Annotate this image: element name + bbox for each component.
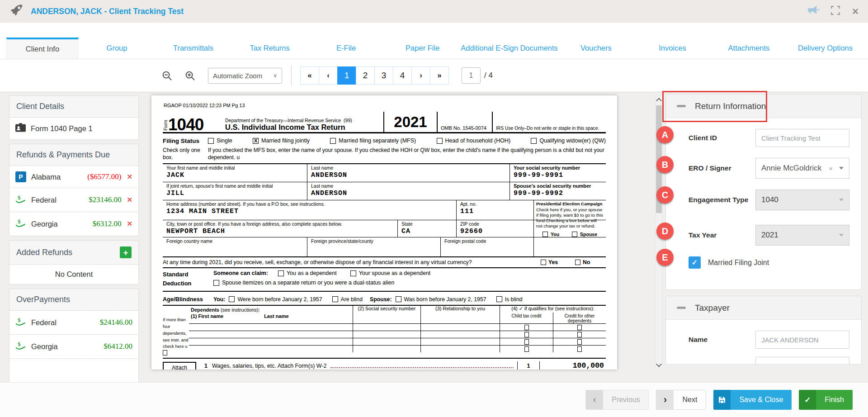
tab-invoices[interactable]: Invoices	[634, 38, 711, 59]
overpayments-empty-space	[9, 359, 138, 384]
announcements-megaphone-icon[interactable]	[808, 5, 819, 17]
taxpayer-card: Taxpayer Name JACK ANDERSON	[665, 296, 862, 365]
page-number-input[interactable]: 1	[462, 67, 481, 84]
state-value: CA	[401, 227, 456, 235]
tab-transmittals[interactable]: Transmittals	[155, 38, 231, 59]
next-page-button[interactable]: ›	[411, 66, 430, 85]
pdf-toolbar: Automatic Zoom ∨ « ‹ 1 2 3 4 › » 1 / 4	[0, 59, 868, 92]
tab-e-file[interactable]: E-File	[308, 38, 384, 59]
zoom-out-icon[interactable]	[162, 71, 172, 81]
return-information-card: Return Information Client ID Client Trac…	[665, 94, 862, 290]
tab-additional-esign-documents[interactable]: Additional E-Sign Documents	[461, 38, 558, 59]
dep-col-other-dependents: Credit for other dependents	[553, 313, 606, 323]
refund-row-georgia[interactable]: $ Georgia $6312.00 ✕	[9, 212, 138, 236]
next-label: Next	[674, 390, 706, 409]
form-1040-page-1-item[interactable]: Form 1040 Page 1	[9, 118, 138, 139]
form-page-label: Form 1040 Page 1	[31, 124, 132, 133]
campaign-text: Check here if you, or your spouse if fil…	[536, 207, 603, 229]
taxpayer-next-field-input[interactable]	[755, 357, 849, 365]
jurisdiction-label: Georgia	[31, 342, 104, 351]
hoh-label: Head of household (HOH)	[445, 137, 511, 144]
refund-row-federal[interactable]: $ Federal $23146.00 ✕	[9, 188, 138, 212]
first-page-button[interactable]: «	[300, 66, 319, 85]
svg-text:$: $	[18, 218, 21, 225]
claim-you-label: You as a dependent	[287, 270, 337, 276]
save-and-close-label: Save & Close	[731, 390, 792, 410]
return-information-title: Return Information	[695, 101, 766, 111]
previous-button[interactable]: ‹ Previous	[585, 390, 649, 410]
right-panel: Return Information Client ID Client Trac…	[665, 94, 862, 370]
overpayment-row-federal[interactable]: $ Federal $24146.00	[9, 311, 138, 335]
client-id-input[interactable]: Client Tracking Test	[755, 129, 849, 147]
page-1-button[interactable]: 1	[337, 66, 356, 85]
refund-row-alabama[interactable]: P Alabama ($6577.00) ✕	[9, 166, 138, 188]
no-content-row: No Content	[9, 265, 138, 284]
tab-vouchers[interactable]: Vouchers	[558, 38, 634, 59]
dept-99: (99)	[344, 118, 352, 123]
close-window-icon[interactable]: ✕	[852, 6, 859, 17]
tab-delivery-options[interactable]: Delivery Options	[787, 38, 863, 59]
zoom-level-select[interactable]: Automatic Zoom ∨	[208, 68, 282, 84]
remove-row-icon[interactable]: ✕	[127, 220, 132, 228]
first-name-label: Your first name and middle initial	[166, 165, 307, 171]
add-refund-plus-icon[interactable]: +	[120, 246, 132, 258]
dept-line: Department of the Treasury—Internal Reve…	[225, 118, 341, 123]
tab-attachments[interactable]: Attachments	[711, 38, 787, 59]
page-2-button[interactable]: 2	[356, 66, 375, 85]
someone-can-claim-label: Someone can claim:	[213, 270, 268, 276]
dep-col-last-name: Last name	[264, 313, 288, 322]
you-blind-checkbox	[332, 296, 338, 302]
remove-row-icon[interactable]: ✕	[127, 173, 132, 181]
page-4-button[interactable]: 4	[393, 66, 412, 85]
scroll-down-arrow-icon[interactable]	[656, 361, 662, 367]
next-button[interactable]: › Next	[656, 390, 706, 410]
taxpayer-header: Taxpayer	[666, 296, 861, 320]
page-3-button[interactable]: 3	[374, 66, 393, 85]
claim-you-checkbox	[278, 270, 284, 276]
engagement-type-value: 1040	[761, 195, 778, 204]
overpayment-row-georgia[interactable]: $ Georgia $6412.00	[9, 335, 138, 359]
dep-col-first-name: (1) First name	[191, 313, 223, 322]
save-and-close-button[interactable]: Save & Close	[713, 390, 792, 410]
ero-signer-select[interactable]: Annie McGoldrick ×	[755, 158, 849, 179]
apt-no-value: 111	[460, 208, 533, 215]
fullscreen-icon[interactable]	[831, 6, 840, 17]
last-page-button[interactable]: »	[430, 66, 449, 85]
scroll-up-arrow-icon[interactable]	[656, 98, 662, 104]
dependents-subtitle: (see instructions):	[221, 307, 260, 313]
standard-label: Standard	[163, 271, 188, 278]
checkbox-hoh	[437, 138, 443, 144]
tab-client-info[interactable]: Client Info	[6, 38, 79, 59]
age-blindness-row: Age/Blindness You: Were born before Janu…	[163, 296, 606, 306]
tab-paper-file[interactable]: Paper File	[384, 38, 461, 59]
taxpayer-name-input[interactable]: JACK ANDERSON	[755, 331, 849, 349]
client-details-header: Client Details	[9, 96, 138, 118]
dropdown-caret-icon	[839, 199, 844, 201]
yes-label: Yes	[548, 259, 558, 265]
zoom-in-icon[interactable]	[185, 71, 195, 81]
main-content: Client Details Form 1040 Page 1 Refunds …	[0, 92, 868, 382]
previous-page-button[interactable]: ‹	[319, 66, 338, 85]
ero-signer-label: ERO / Signer	[689, 163, 755, 173]
svg-text:$: $	[18, 317, 21, 323]
line-1-number: 1	[204, 363, 208, 369]
previous-chevron-icon: ‹	[586, 390, 603, 409]
checkbox-single	[208, 138, 214, 144]
you-born-before-label: Were born before January 2, 1957	[237, 296, 322, 303]
tab-group[interactable]: Group	[79, 38, 155, 59]
mfj-label: Married filing jointly	[261, 137, 310, 144]
tax-year-label: Tax Year	[689, 230, 755, 240]
collapse-section-icon[interactable]	[677, 105, 686, 107]
name-address-grid: Your first name and middle initialJACK L…	[163, 163, 606, 257]
clear-selection-icon[interactable]: ×	[829, 165, 833, 172]
dependent-empty-row	[189, 345, 606, 352]
mfs-label: Married filing separately (MFS)	[339, 137, 416, 144]
remove-row-icon[interactable]: ✕	[127, 196, 132, 204]
client-details-card: Client Details Form 1040 Page 1	[9, 95, 139, 140]
married-filing-joint-checkbox[interactable]: ✓	[689, 256, 701, 269]
collapse-section-icon[interactable]	[677, 307, 686, 309]
spouse-label: Spouse	[580, 232, 597, 237]
tab-tax-returns[interactable]: Tax Returns	[231, 38, 308, 59]
finish-button[interactable]: ✓ Finish	[799, 390, 853, 410]
filing-status-label: Filing Status	[163, 137, 208, 144]
